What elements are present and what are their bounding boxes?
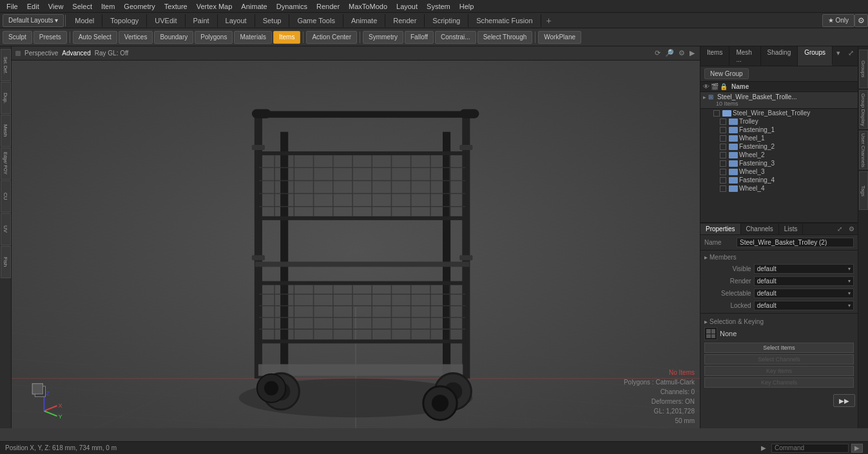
sidebar-item-fish[interactable]: Fish	[1, 246, 11, 278]
tab-setup[interactable]: Setup	[255, 14, 290, 27]
viewport-canvas[interactable]: X Y Z No Items Polygons : Catmull-Clark …	[12, 61, 700, 428]
panel-tab-dropdown[interactable]: ▾	[833, 46, 844, 66]
tab-properties[interactable]: Properties	[700, 223, 741, 234]
tree-container[interactable]: ▸ ⊞ Steel_Wire_Basket_Trolle... 10 Items…	[700, 92, 858, 222]
menu-render[interactable]: Render	[313, 1, 343, 12]
tab-layout[interactable]: Layout	[218, 14, 255, 27]
visible-dropdown[interactable]: default ▾	[754, 264, 854, 274]
menu-edit[interactable]: Edit	[23, 1, 43, 12]
tree-item-6[interactable]: Fastening_3	[700, 159, 858, 167]
tree-item-8[interactable]: Fastening_4	[700, 176, 858, 184]
menu-file[interactable]: File	[3, 1, 22, 12]
panel-more-button[interactable]: ▶▶	[833, 394, 855, 407]
tab-uvedit[interactable]: UVEdit	[147, 14, 185, 27]
far-right-tab-tags[interactable]: Tags	[859, 171, 868, 210]
tree-item-9[interactable]: Wheel_4	[700, 184, 858, 193]
far-right-tab-user-channels[interactable]: User Channels	[859, 131, 868, 169]
locked-dropdown[interactable]: default ▾	[754, 301, 854, 310]
name-input[interactable]	[737, 238, 854, 247]
tab-items[interactable]: Items	[700, 46, 729, 66]
sidebar-item-mesh[interactable]: Mesh	[1, 115, 11, 147]
auto-select-button[interactable]: Auto Select	[73, 31, 117, 44]
sidebar-item-cu[interactable]: CU	[1, 180, 11, 213]
render-dropdown[interactable]: default ▾	[754, 276, 854, 286]
panel-expand-icon[interactable]: ⤢	[834, 223, 845, 234]
tree-item-2[interactable]: Fastening_1	[700, 126, 858, 134]
tree-group-main[interactable]: ▸ ⊞ Steel_Wire_Basket_Trolle... 10 Items	[700, 92, 858, 109]
key-items-button[interactable]: Key Items	[704, 366, 854, 376]
sculpt-button[interactable]: Sculpt	[3, 31, 32, 44]
constraint-button[interactable]: Constrai...	[435, 31, 476, 44]
tree-item-1[interactable]: Trolley	[700, 117, 858, 126]
viewport-container[interactable]: Perspective Advanced Ray GL: Off ⟳ 🔎 ⚙ ▶	[12, 46, 700, 428]
tab-animate[interactable]: Animate	[343, 14, 385, 27]
sidebar-item-dup[interactable]: Dup.	[1, 82, 11, 114]
selectable-dropdown[interactable]: default ▾	[754, 288, 854, 298]
key-channels-button[interactable]: Key Channels	[704, 377, 854, 388]
symmetry-button[interactable]: Symmetry	[363, 31, 403, 44]
perspective-label[interactable]: Perspective	[24, 50, 58, 57]
viewport-expand-icon[interactable]: ▶	[688, 49, 696, 57]
tab-schematic-fusion[interactable]: Schematic Fusion	[468, 14, 541, 27]
boundary-button[interactable]: Boundary	[154, 31, 193, 44]
ray-gl-label[interactable]: Ray GL: Off	[95, 50, 129, 57]
tab-paint[interactable]: Paint	[186, 14, 218, 27]
sidebar-item-uv[interactable]: UV	[1, 213, 11, 245]
tab-groups[interactable]: Groups	[798, 46, 833, 66]
tree-item-4[interactable]: Fastening_2	[700, 142, 858, 151]
tab-scripting[interactable]: Scripting	[425, 14, 468, 27]
items-button[interactable]: Items	[273, 31, 300, 44]
panel-tab-expand[interactable]: ⤢	[844, 46, 858, 66]
menu-texture[interactable]: Texture	[160, 1, 191, 12]
select-channels-button[interactable]: Select Channels	[704, 354, 854, 364]
viewport-settings-icon[interactable]: ⚙	[677, 49, 686, 57]
tree-item-7[interactable]: Wheel_3	[700, 167, 858, 176]
menu-geometry[interactable]: Geometry	[120, 1, 159, 12]
menu-help[interactable]: Help	[456, 1, 478, 12]
menu-dynamics[interactable]: Dynamics	[273, 1, 311, 12]
falloff-button[interactable]: Falloff	[405, 31, 434, 44]
command-run-button[interactable]: ▶	[851, 444, 863, 453]
advanced-label[interactable]: Advanced	[62, 50, 90, 57]
far-right-tab-group-display[interactable]: Group Display	[859, 90, 868, 129]
tab-channels[interactable]: Channels	[741, 223, 779, 234]
tab-render[interactable]: Render	[385, 14, 425, 27]
menu-layout[interactable]: Layout	[392, 1, 421, 12]
menu-view[interactable]: View	[44, 1, 68, 12]
tab-mesh[interactable]: Mesh ...	[729, 46, 760, 66]
tab-topology[interactable]: Topology	[102, 14, 147, 27]
sidebar-item-edgepoly[interactable]: Edge/ POY	[1, 147, 11, 180]
tab-model[interactable]: Model	[67, 14, 102, 27]
panel-settings-icon[interactable]: ⚙	[845, 223, 858, 234]
tab-shading[interactable]: Shading	[761, 46, 798, 66]
settings-button[interactable]: ⚙	[854, 14, 868, 27]
viewport-home-icon[interactable]: ⟳	[653, 49, 662, 57]
vertices-button[interactable]: Vertices	[119, 31, 153, 44]
tab-add-button[interactable]: +	[541, 13, 557, 28]
menu-item[interactable]: Item	[97, 1, 119, 12]
only-button[interactable]: ★ Only	[822, 14, 854, 27]
command-input[interactable]	[771, 444, 849, 453]
sidebar-item-seldef[interactable]: Sel. Def.	[1, 49, 11, 81]
menu-system[interactable]: System	[423, 1, 454, 12]
menu-select[interactable]: Select	[68, 1, 96, 12]
presets-button[interactable]: Presets	[34, 31, 67, 44]
menu-vertex-map[interactable]: Vertex Map	[193, 1, 236, 12]
tree-item-3[interactable]: Wheel_1	[700, 134, 858, 142]
menu-maxtomodo[interactable]: MaxToModo	[345, 1, 391, 12]
tree-item-0[interactable]: Steel_Wire_Basket_Trolley	[700, 109, 858, 117]
members-title[interactable]: ▸ Members	[704, 252, 854, 263]
viewport-zoom-icon[interactable]: 🔎	[664, 49, 675, 57]
select-items-button[interactable]: Select Items	[704, 343, 854, 353]
far-right-tab-groups[interactable]: Groups	[859, 50, 868, 88]
tab-lists[interactable]: Lists	[779, 223, 804, 234]
action-center-button[interactable]: Action Center	[306, 31, 357, 44]
tree-item-5[interactable]: Wheel_2	[700, 151, 858, 159]
polygons-button[interactable]: Polygons	[195, 31, 233, 44]
sel-keying-title[interactable]: ▸ Selection & Keying	[704, 316, 854, 327]
select-through-button[interactable]: Select Through	[477, 31, 533, 44]
default-layouts-dropdown[interactable]: Default Layouts ▾	[3, 14, 64, 27]
materials-button[interactable]: Materials	[234, 31, 272, 44]
new-group-button[interactable]: New Group	[704, 68, 749, 79]
workplane-button[interactable]: WorkPlane	[538, 31, 581, 44]
